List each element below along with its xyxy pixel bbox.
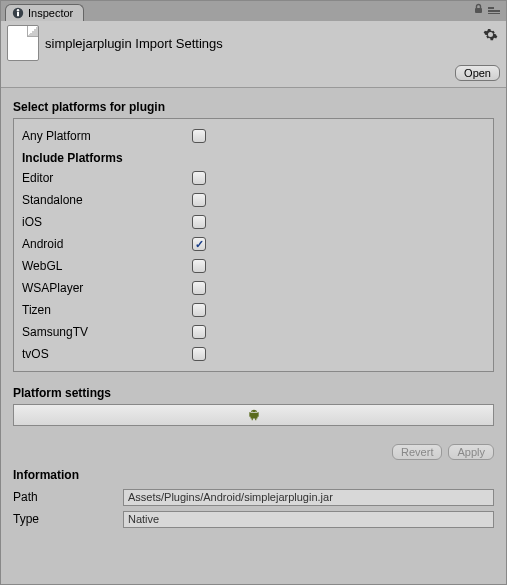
revert-button[interactable]: Revert [392,444,442,460]
svg-rect-5 [488,10,500,12]
android-icon[interactable] [247,408,261,422]
platform-row: WebGL [22,255,485,277]
any-platform-label: Any Platform [22,129,192,143]
platform-label: SamsungTV [22,325,192,339]
any-platform-row: Any Platform [22,125,485,147]
platform-checkbox[interactable] [192,193,206,207]
include-platforms-heading: Include Platforms [22,151,485,165]
platforms-box: Any Platform Include Platforms EditorSta… [13,118,494,372]
info-icon [12,7,24,19]
asset-title: simplejarplugin Import Settings [45,36,223,51]
platform-row: tvOS [22,343,485,365]
platform-label: WSAPlayer [22,281,192,295]
platform-row: SamsungTV [22,321,485,343]
platform-label: Standalone [22,193,192,207]
platform-checkbox[interactable] [192,347,206,361]
svg-point-1 [17,9,19,11]
platform-checkbox[interactable]: ✓ [192,237,206,251]
information-heading: Information [13,468,494,482]
panel-menu-icon[interactable] [488,4,500,14]
any-platform-checkbox[interactable] [192,129,206,143]
inspector-panel: Inspector simplejarplugin Import Setting… [0,0,507,585]
platform-settings-heading: Platform settings [13,386,494,400]
platform-checkbox[interactable] [192,215,206,229]
select-platforms-heading: Select platforms for plugin [13,100,494,114]
platform-label: Tizen [22,303,192,317]
svg-rect-3 [475,8,482,13]
platform-checkbox[interactable] [192,281,206,295]
open-button[interactable]: Open [455,65,500,81]
inspector-header: simplejarplugin Import Settings Open [1,21,506,88]
platform-label: Editor [22,171,192,185]
platform-checkbox[interactable] [192,325,206,339]
path-field: Assets/Plugins/Android/simplejarplugin.j… [123,489,494,506]
platform-row: WSAPlayer [22,277,485,299]
platform-label: WebGL [22,259,192,273]
platform-checkbox[interactable] [192,303,206,317]
lock-icon[interactable] [473,3,484,14]
platform-label: tvOS [22,347,192,361]
platform-checkbox[interactable] [192,171,206,185]
platform-row: Android✓ [22,233,485,255]
platform-checkbox[interactable] [192,259,206,273]
inspector-content: Select platforms for plugin Any Platform… [1,88,506,584]
path-label: Path [13,490,123,504]
platform-settings-tabbar [13,404,494,426]
tab-bar: Inspector [1,1,506,21]
platform-label: iOS [22,215,192,229]
type-field: Native [123,511,494,528]
svg-rect-4 [488,7,494,9]
type-label: Type [13,512,123,526]
platform-row: Standalone [22,189,485,211]
inspector-tab[interactable]: Inspector [5,4,84,21]
platform-row: iOS [22,211,485,233]
svg-rect-2 [17,12,19,16]
platform-label: Android [22,237,192,251]
gear-icon[interactable] [483,27,498,42]
apply-button[interactable]: Apply [448,444,494,460]
platform-row: Editor [22,167,485,189]
svg-rect-6 [488,13,500,14]
file-icon [7,25,39,61]
platform-row: Tizen [22,299,485,321]
tab-title: Inspector [28,7,73,19]
